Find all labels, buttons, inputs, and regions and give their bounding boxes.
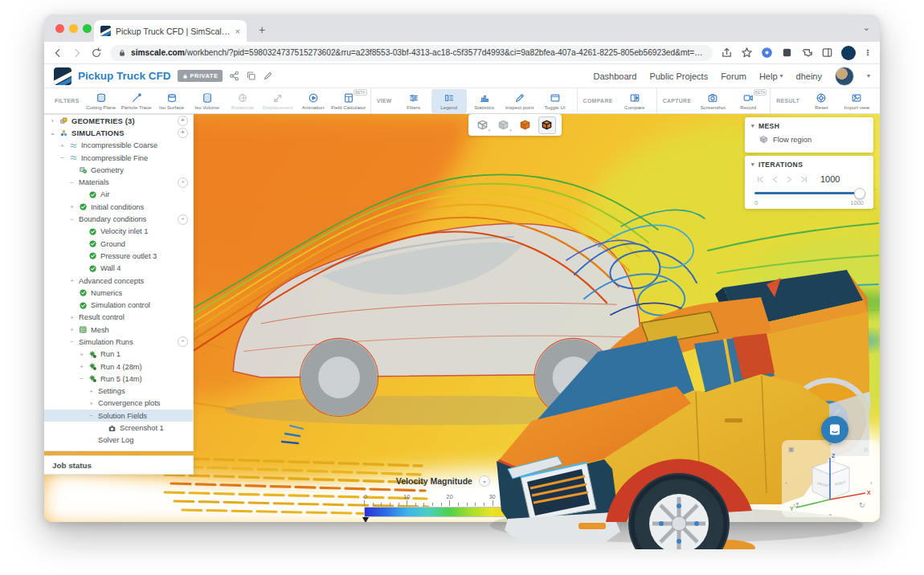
tree-item-simulations[interactable]: ⌄SIMULATIONS+ bbox=[44, 127, 193, 139]
toolbar-button-compare[interactable]: Compare bbox=[617, 89, 652, 113]
tree-item-initial-conditions[interactable]: +Initial conditions bbox=[44, 201, 193, 213]
share-page-icon[interactable] bbox=[721, 47, 733, 59]
expander-plus-icon[interactable]: + bbox=[88, 400, 95, 407]
expander-minus-icon[interactable]: − bbox=[88, 412, 95, 419]
tree-item-incompressible-coarse[interactable]: +Incompressible Coarse bbox=[44, 140, 193, 152]
toolbar-button-screenshot[interactable]: Screenshot bbox=[695, 89, 730, 113]
cube-down-chevron[interactable]: ⌄ bbox=[828, 510, 833, 517]
extension-blue-icon[interactable] bbox=[761, 47, 773, 59]
expander-plus-icon[interactable]: + bbox=[88, 388, 95, 395]
expander-minus-icon[interactable]: − bbox=[68, 179, 76, 186]
expander-minus-icon[interactable]: − bbox=[59, 154, 66, 161]
browser-tab[interactable]: Pickup Truck CFD | SimScale W × bbox=[94, 20, 247, 42]
slider-track[interactable] bbox=[754, 192, 864, 194]
iterations-panel-header[interactable]: ▾ITERATIONS bbox=[745, 156, 873, 172]
slider-handle[interactable] bbox=[854, 188, 865, 199]
mesh-flow-region-item[interactable]: Flow region bbox=[745, 133, 873, 144]
expander-plus-icon[interactable]: + bbox=[68, 314, 76, 321]
expander-plus-icon[interactable]: + bbox=[68, 277, 76, 284]
render-mode-translucent-button[interactable]: ▾ bbox=[496, 117, 512, 133]
toolbar-button-iso-volume[interactable]: Iso Volume bbox=[190, 89, 225, 113]
tree-item-air[interactable]: Air bbox=[44, 189, 193, 201]
user-menu-chevron-icon[interactable]: ▾ bbox=[867, 72, 870, 80]
expander-minus-icon[interactable]: − bbox=[68, 216, 76, 223]
nav-forum[interactable]: Forum bbox=[721, 71, 746, 81]
toolbar-button-rotational[interactable]: Rotational bbox=[225, 89, 260, 113]
toolbar-button-iso-surface[interactable]: Iso Surface bbox=[154, 89, 190, 113]
extension-dark-icon[interactable] bbox=[781, 47, 793, 59]
cube-right-chevron[interactable]: › bbox=[870, 479, 873, 487]
expander-plus-icon[interactable]: + bbox=[78, 351, 85, 358]
render-mode-edges-button[interactable] bbox=[538, 116, 556, 134]
forward-icon[interactable] bbox=[72, 47, 83, 59]
expander-plus-icon[interactable]: + bbox=[59, 142, 66, 149]
nav-help[interactable]: Help▾ bbox=[759, 71, 783, 81]
minimize-window-button[interactable] bbox=[69, 24, 78, 33]
support-chat-button[interactable] bbox=[821, 416, 848, 443]
tree-item-simulation-control[interactable]: Simulation control bbox=[44, 299, 193, 311]
add-button[interactable]: + bbox=[178, 177, 188, 188]
tree-item-pressure-outlet-3[interactable]: Pressure outlet 3 bbox=[44, 250, 193, 262]
legend-min-marker[interactable] bbox=[362, 517, 369, 522]
toolbar-button-toggle-ui[interactable]: Toggle UI bbox=[538, 89, 573, 113]
simscale-logo[interactable] bbox=[54, 67, 72, 85]
expander-chev-right-icon[interactable]: › bbox=[49, 117, 56, 124]
copy-project-icon[interactable] bbox=[246, 71, 256, 81]
cube-left-chevron[interactable]: ‹ bbox=[785, 479, 787, 487]
tree-item-result-control[interactable]: +Result control bbox=[44, 312, 193, 324]
address-input[interactable]: simscale.com/workbench/?pid=598032473751… bbox=[110, 45, 713, 61]
next-iteration-icon[interactable] bbox=[785, 175, 794, 184]
tree-item-screenshot-1[interactable]: Screenshot 1 bbox=[44, 422, 193, 434]
iteration-slider[interactable] bbox=[754, 189, 864, 197]
previous-iteration-icon[interactable] bbox=[771, 175, 779, 184]
tree-item-mesh[interactable]: +Mesh bbox=[44, 324, 193, 336]
tree-item-incompressible-fine[interactable]: −Incompressible Fine bbox=[44, 152, 193, 164]
share-project-icon[interactable] bbox=[229, 71, 239, 81]
rotate-cw-icon[interactable]: ↻ bbox=[859, 501, 865, 509]
toolbar-button-inspect-point[interactable]: Inspect point bbox=[502, 89, 538, 113]
tab-close-icon[interactable]: × bbox=[235, 27, 240, 36]
add-button[interactable]: + bbox=[178, 214, 188, 225]
toolbar-button-import-view[interactable]: Import view bbox=[839, 89, 874, 113]
first-iteration-icon[interactable] bbox=[756, 175, 765, 184]
toolbar-button-field-calculator[interactable]: Field CalculatorBETA bbox=[331, 89, 366, 113]
toolbar-button-particle-trace[interactable]: Particle Trace bbox=[119, 89, 154, 113]
expander-minus-icon[interactable]: − bbox=[78, 375, 85, 382]
browser-menu-kebab-icon[interactable] bbox=[864, 47, 872, 59]
toolbar-button-filters[interactable]: Filters bbox=[396, 89, 431, 113]
toolbar-button-download[interactable]: Download bbox=[874, 89, 880, 113]
view-cube[interactable]: FRONT RIGHT bbox=[812, 461, 849, 500]
job-status-bar[interactable]: Job status bbox=[44, 455, 194, 475]
tree-item-velocity-inlet-1[interactable]: Velocity inlet 1 bbox=[44, 226, 193, 238]
mesh-panel-header[interactable]: ▾MESH bbox=[745, 117, 873, 133]
profile-window-icon[interactable] bbox=[821, 47, 833, 59]
add-button[interactable]: + bbox=[178, 116, 188, 126]
tree-item-geometry[interactable]: Geometry bbox=[44, 164, 193, 176]
render-mode-wireframe-button[interactable]: ▾ bbox=[474, 117, 490, 133]
toolbar-button-cutting-plane[interactable]: Cutting Plane bbox=[84, 89, 119, 113]
tree-item-solver-log[interactable]: Solver Log bbox=[44, 434, 193, 447]
render-mode-solid-button[interactable] bbox=[517, 117, 533, 133]
toolbar-button-record[interactable]: RecordBETA bbox=[730, 89, 766, 113]
cube-up-chevron[interactable]: ⌃ bbox=[828, 442, 833, 450]
toolbar-button-displacement[interactable]: Displacement bbox=[260, 89, 296, 113]
tree-item-geometries-3-[interactable]: ›GEOMETRIES (3)+ bbox=[44, 115, 193, 127]
new-tab-button[interactable]: + bbox=[255, 23, 269, 36]
expander-minus-icon[interactable]: − bbox=[68, 338, 76, 345]
last-iteration-icon[interactable] bbox=[799, 175, 808, 184]
tree-item-simulation-runs[interactable]: −Simulation Runs+ bbox=[44, 336, 193, 348]
rotate-ccw-icon[interactable]: ↺ bbox=[793, 501, 799, 509]
tree-item-advanced-concepts[interactable]: +Advanced concepts bbox=[44, 275, 193, 287]
toolbar-button-reset[interactable]: Reset bbox=[803, 89, 839, 113]
toolbar-button-legend[interactable]: Legend bbox=[431, 89, 467, 113]
legend-field-select[interactable]: Velocity Magnitude bbox=[396, 476, 472, 486]
bookmark-star-icon[interactable] bbox=[741, 47, 753, 59]
user-avatar[interactable] bbox=[835, 67, 854, 86]
reload-icon[interactable] bbox=[91, 47, 102, 59]
tree-item-materials[interactable]: −Materials+ bbox=[44, 176, 193, 188]
tree-item-run-4-28m-[interactable]: +Run 4 (28m) bbox=[44, 361, 193, 373]
tree-item-run-5-14m-[interactable]: −Run 5 (14m) bbox=[44, 373, 193, 385]
tree-item-run-1[interactable]: +Run 1 bbox=[44, 349, 193, 361]
nav-dashboard[interactable]: Dashboard bbox=[594, 71, 637, 81]
browser-avatar[interactable] bbox=[841, 46, 856, 60]
